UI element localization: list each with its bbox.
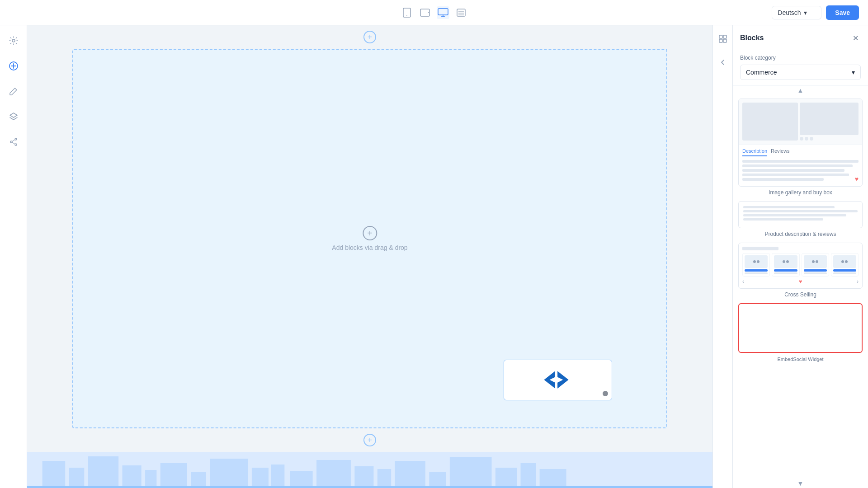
- cross-product-img-3: [804, 255, 827, 268]
- cross-next-icon[interactable]: ›: [857, 278, 859, 285]
- svg-rect-34: [377, 469, 391, 488]
- blocks-panel: Blocks ✕ Block category Commerce ▾ ▲: [732, 25, 868, 488]
- desc-line-4: [743, 218, 823, 221]
- skyline-decoration: [27, 452, 712, 488]
- cross-nav-row: ‹ ♥ ›: [742, 278, 859, 285]
- cross-product-2: [772, 253, 799, 277]
- cross-title-bar: [742, 247, 778, 250]
- gallery-text-content: [739, 156, 862, 186]
- cross-product-img-4: [833, 255, 856, 268]
- add-section-top[interactable]: +: [27, 25, 712, 49]
- shopware-block-element[interactable]: [504, 360, 612, 400]
- cross-products-row: [742, 253, 859, 277]
- svg-rect-45: [723, 39, 726, 42]
- gallery-preview-image: [739, 99, 862, 144]
- block-item-image-gallery[interactable]: Description Reviews ♥ Image gallery and: [738, 99, 863, 196]
- scroll-up-button[interactable]: ▲: [733, 86, 868, 95]
- gallery-left-panel: [742, 103, 798, 141]
- mini-toolbar-icon[interactable]: [715, 31, 731, 47]
- cross-product-1: [742, 253, 770, 277]
- list-view-button[interactable]: [455, 6, 467, 19]
- svg-rect-40: [540, 469, 566, 488]
- block-preview-image-gallery: Description Reviews ♥: [738, 99, 863, 187]
- canvas-drop-zone[interactable]: + Add blocks via drag & drop: [72, 49, 667, 428]
- mini-side-left-arrow[interactable]: [715, 54, 731, 70]
- layers-icon[interactable]: [5, 108, 22, 125]
- blocks-panel-header: Blocks ✕: [733, 25, 868, 49]
- gallery-thumbnails: [800, 137, 859, 141]
- cursor-indicator: [603, 391, 608, 396]
- svg-rect-32: [316, 460, 351, 488]
- cross-header: [742, 247, 859, 250]
- svg-rect-39: [521, 463, 536, 488]
- svg-rect-44: [719, 39, 722, 42]
- svg-rect-30: [271, 465, 284, 488]
- category-select-dropdown[interactable]: Commerce ▾: [740, 65, 861, 80]
- block-item-embed-social[interactable]: EmbedSocial Widget: [738, 303, 863, 362]
- block-item-cross-selling[interactable]: ‹ ♥ › Cross Selling: [738, 243, 863, 298]
- cross-product-4: [831, 253, 859, 277]
- cross-product-img-1: [745, 255, 768, 268]
- gallery-tabs: Description Reviews: [739, 144, 862, 156]
- svg-point-3: [428, 12, 429, 13]
- gallery-tab-description[interactable]: Description: [742, 148, 767, 156]
- add-section-top-button[interactable]: +: [363, 31, 376, 43]
- svg-point-14: [10, 141, 12, 143]
- svg-point-15: [15, 144, 17, 145]
- svg-rect-37: [450, 457, 492, 488]
- add-section-bottom[interactable]: +: [27, 428, 712, 452]
- scroll-down-button[interactable]: ▼: [733, 479, 868, 488]
- svg-rect-22: [69, 468, 85, 488]
- share-icon[interactable]: [5, 134, 22, 150]
- svg-rect-24: [123, 465, 142, 488]
- svg-rect-36: [429, 472, 446, 488]
- svg-rect-28: [210, 459, 248, 488]
- add-section-icon[interactable]: [5, 58, 22, 74]
- add-section-bottom-button[interactable]: +: [363, 434, 376, 446]
- device-switcher: [401, 6, 467, 19]
- cross-product-price-1: [745, 272, 768, 274]
- gallery-thumb-2: [805, 137, 808, 141]
- block-label-cross-selling: Cross Selling: [738, 291, 863, 298]
- chevron-down-icon: ▾: [804, 9, 807, 16]
- gallery-tab-reviews[interactable]: Reviews: [771, 148, 790, 156]
- gallery-product-image: [800, 103, 859, 135]
- close-blocks-panel-button[interactable]: ✕: [850, 33, 861, 43]
- text-line-5: [742, 178, 824, 181]
- desc-line-3: [743, 214, 846, 216]
- edit-icon[interactable]: [5, 83, 22, 99]
- cross-product-price-4: [833, 272, 856, 274]
- svg-rect-27: [191, 472, 206, 488]
- canvas-area: + + Add blocks via drag & drop: [27, 25, 712, 488]
- svg-rect-43: [723, 35, 726, 38]
- top-right-controls: Deutsch ▾ Save: [772, 5, 859, 20]
- block-label-image-gallery: Image gallery and buy box: [738, 189, 863, 196]
- svg-rect-42: [719, 35, 722, 38]
- cross-wishlist-icon: ♥: [799, 278, 802, 285]
- settings-icon[interactable]: [5, 33, 22, 49]
- mobile-view-button[interactable]: [401, 6, 413, 19]
- tablet-view-button[interactable]: [419, 6, 431, 19]
- main-layout: + + Add blocks via drag & drop: [0, 25, 868, 488]
- block-category-label: Block category: [740, 55, 861, 61]
- gallery-thumb-3: [810, 137, 813, 141]
- desc-line-1: [743, 206, 835, 208]
- language-select[interactable]: Deutsch ▾: [772, 6, 821, 19]
- svg-point-9: [12, 39, 15, 42]
- save-button[interactable]: Save: [826, 5, 859, 20]
- block-label-product-description: Product description & reviews: [738, 231, 863, 237]
- cross-product-bar-4: [833, 269, 856, 272]
- gallery-thumb-1: [800, 137, 803, 141]
- cross-product-bar-1: [745, 269, 768, 272]
- svg-rect-38: [495, 468, 517, 488]
- cross-prev-icon[interactable]: ‹: [742, 278, 744, 285]
- svg-rect-26: [160, 463, 187, 488]
- svg-rect-29: [252, 468, 269, 488]
- category-select-value: Commerce: [746, 69, 777, 76]
- cross-product-bar-2: [774, 269, 797, 272]
- gallery-right-panel: [800, 99, 862, 144]
- desktop-view-button[interactable]: [437, 6, 449, 19]
- block-item-product-description[interactable]: Product description & reviews: [738, 201, 863, 237]
- cross-product-img-2: [774, 255, 797, 268]
- blocks-list: Description Reviews ♥ Image gallery and: [733, 95, 868, 479]
